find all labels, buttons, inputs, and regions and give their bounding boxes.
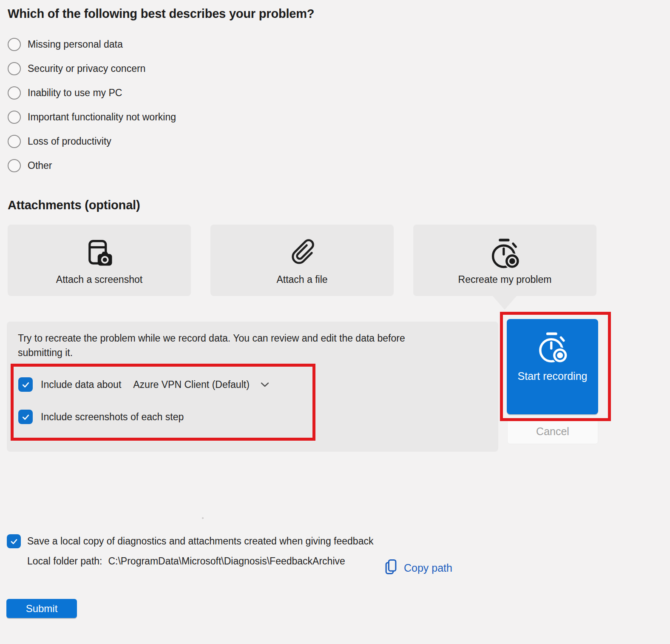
include-data-checkbox[interactable]: [18, 377, 33, 392]
radio-option-label: Important functionality not working: [28, 111, 176, 123]
start-recording-label: Start recording: [517, 369, 589, 383]
radio-option-inability-use-pc[interactable]: Inability to use my PC: [8, 81, 176, 105]
checkmark-icon: [10, 537, 18, 546]
radio-option-missing-personal-data[interactable]: Missing personal data: [8, 32, 176, 57]
attachment-cards: Attach a screenshot Attach a file: [8, 225, 596, 296]
local-folder-label: Local folder path:: [27, 556, 102, 567]
recreate-problem-button[interactable]: Recreate my problem: [413, 225, 596, 296]
copy-icon: [384, 558, 398, 578]
stopwatch-icon: [535, 330, 570, 367]
recreate-panel-description: Try to recreate the problem while we rec…: [18, 331, 447, 360]
submit-label: Submit: [26, 603, 58, 615]
problem-options-group: Missing personal data Security or privac…: [8, 32, 176, 178]
cancel-button[interactable]: Cancel: [507, 419, 598, 444]
recreate-problem-label: Recreate my problem: [458, 274, 552, 285]
radio-option-label: Inability to use my PC: [28, 87, 122, 99]
include-screenshots-label: Include screenshots of each step: [41, 411, 184, 423]
copy-path-button[interactable]: Copy path: [384, 558, 452, 578]
screenshot-icon: [82, 236, 116, 271]
page-title: Which of the following best describes yo…: [8, 7, 314, 21]
save-local-copy-checkbox[interactable]: [7, 534, 21, 548]
paperclip-icon: [285, 236, 319, 271]
submit-button[interactable]: Submit: [6, 599, 77, 618]
start-recording-button[interactable]: Start recording: [507, 319, 598, 414]
radio-option-label: Loss of productivity: [28, 136, 111, 147]
radio-option-loss-of-productivity[interactable]: Loss of productivity: [8, 129, 176, 154]
include-data-row: Include data about Azure VPN Client (Def…: [18, 377, 269, 392]
checkmark-icon: [21, 380, 30, 389]
feedback-hub-page: Which of the following best describes yo…: [0, 0, 670, 644]
radio-option-functionality-not-working[interactable]: Important functionality not working: [8, 105, 176, 129]
attach-screenshot-button[interactable]: Attach a screenshot: [8, 225, 191, 296]
radio-icon[interactable]: [8, 135, 21, 148]
include-screenshots-checkbox[interactable]: [18, 410, 33, 424]
radio-option-label: Missing personal data: [28, 39, 123, 50]
save-local-copy-row: Save a local copy of diagnostics and att…: [7, 534, 373, 548]
app-dropdown-value: Azure VPN Client (Default): [133, 379, 250, 390]
radio-icon[interactable]: [8, 62, 21, 75]
checkmark-icon: [21, 413, 30, 422]
radio-icon[interactable]: [8, 159, 21, 172]
stopwatch-icon: [488, 236, 522, 271]
radio-option-other[interactable]: Other: [8, 154, 176, 178]
copy-path-label: Copy path: [404, 562, 452, 574]
attach-file-label: Attach a file: [276, 274, 327, 285]
chevron-down-icon: [261, 382, 269, 389]
radio-icon[interactable]: [8, 38, 21, 51]
cancel-label: Cancel: [536, 425, 569, 438]
include-data-label: Include data about: [41, 379, 121, 390]
local-folder-path: C:\ProgramData\Microsoft\Diagnosis\Feedb…: [108, 556, 345, 567]
app-dropdown[interactable]: Azure VPN Client (Default): [133, 379, 269, 390]
include-screenshots-row: Include screenshots of each step: [18, 410, 184, 424]
attachments-heading: Attachments (optional): [8, 198, 140, 212]
radio-icon[interactable]: [8, 111, 21, 124]
attach-file-button[interactable]: Attach a file: [210, 225, 394, 296]
callout-pointer: [493, 296, 517, 310]
radio-option-security-privacy[interactable]: Security or privacy concern: [8, 57, 176, 81]
radio-icon[interactable]: [8, 86, 21, 100]
radio-option-label: Security or privacy concern: [28, 63, 145, 74]
radio-option-label: Other: [28, 160, 52, 171]
screen-speck: [202, 517, 204, 519]
attach-screenshot-label: Attach a screenshot: [56, 274, 142, 285]
local-folder-row: Local folder path: C:\ProgramData\Micros…: [27, 556, 345, 567]
save-local-copy-label: Save a local copy of diagnostics and att…: [27, 536, 373, 547]
